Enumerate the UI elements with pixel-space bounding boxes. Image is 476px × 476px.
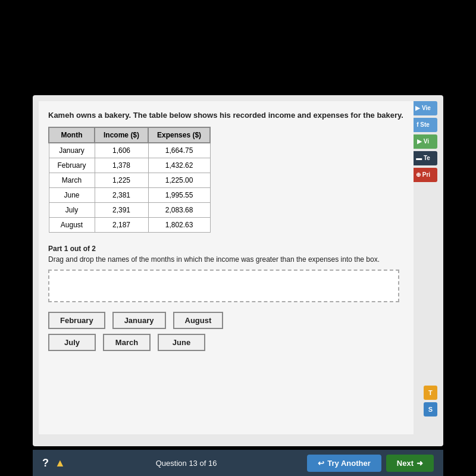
button-august[interactable]: August: [173, 312, 224, 329]
problem-description: Kameh owns a bakery. The table below sho…: [48, 111, 404, 120]
expense-cell: 1,995.55: [148, 188, 210, 203]
month-row-2: July March June: [48, 334, 404, 351]
floating-buttons: T S: [424, 386, 437, 416]
col-expenses: Expenses ($): [148, 127, 210, 143]
part-label: Part 1 out of 2: [48, 245, 404, 253]
month-cell: March: [49, 173, 95, 188]
expense-cell: 1,802.63: [148, 218, 210, 233]
col-income: Income ($): [95, 127, 148, 143]
income-cell: 2,381: [95, 188, 148, 203]
table-row: July 2,391 2,083.68: [49, 203, 210, 218]
help-button[interactable]: ?: [42, 457, 49, 469]
data-table: Month Income ($) Expenses ($) January 1,…: [48, 127, 211, 233]
col-month: Month: [49, 127, 95, 143]
button-march[interactable]: March: [103, 334, 151, 351]
button-february[interactable]: February: [48, 312, 105, 329]
income-cell: 1,225: [95, 173, 148, 188]
expense-cell: 2,083.68: [148, 203, 210, 218]
bottom-right-buttons: ↩ Try Another Next ➜: [307, 455, 434, 472]
try-another-button[interactable]: ↩ Try Another: [307, 455, 381, 472]
main-content: Kameh owns a bakery. The table below sho…: [39, 101, 414, 434]
instruction-text: Drag and drop the names of the months in…: [48, 255, 404, 264]
month-cell: June: [49, 188, 95, 203]
month-cell: January: [49, 143, 95, 158]
income-cell: 1,378: [95, 158, 148, 173]
t-button[interactable]: T: [424, 386, 437, 400]
month-cell: February: [49, 158, 95, 173]
bottom-bar: ? ▲ Question 13 of 16 ↩ Try Another Next…: [33, 450, 443, 476]
expense-cell: 1,225.00: [148, 173, 210, 188]
expense-cell: 1,432.62: [148, 158, 210, 173]
table-row: February 1,378 1,432.62: [49, 158, 210, 173]
button-june[interactable]: June: [158, 334, 205, 351]
income-cell: 2,391: [95, 203, 148, 218]
table-row: August 2,187 1,802.63: [49, 218, 210, 233]
drop-zone[interactable]: [48, 270, 399, 302]
month-cell: July: [49, 203, 95, 218]
question-counter: Question 13 of 16: [156, 459, 217, 468]
warning-icon: ▲: [55, 457, 65, 469]
table-row: March 1,225 1,225.00: [49, 173, 210, 188]
s-button[interactable]: S: [424, 402, 437, 416]
button-july[interactable]: July: [48, 334, 96, 351]
income-cell: 1,606: [95, 143, 148, 158]
button-january[interactable]: January: [112, 312, 166, 329]
next-button[interactable]: Next ➜: [386, 455, 434, 472]
month-row-1: February January August: [48, 312, 404, 329]
table-row: January 1,606 1,664.75: [49, 143, 210, 158]
month-cell: August: [49, 218, 95, 233]
bottom-left: ? ▲: [42, 457, 65, 469]
table-row: June 2,381 1,995.55: [49, 188, 210, 203]
month-buttons-container: February January August July March June: [48, 312, 404, 351]
income-cell: 2,187: [95, 218, 148, 233]
expense-cell: 1,664.75: [148, 143, 210, 158]
